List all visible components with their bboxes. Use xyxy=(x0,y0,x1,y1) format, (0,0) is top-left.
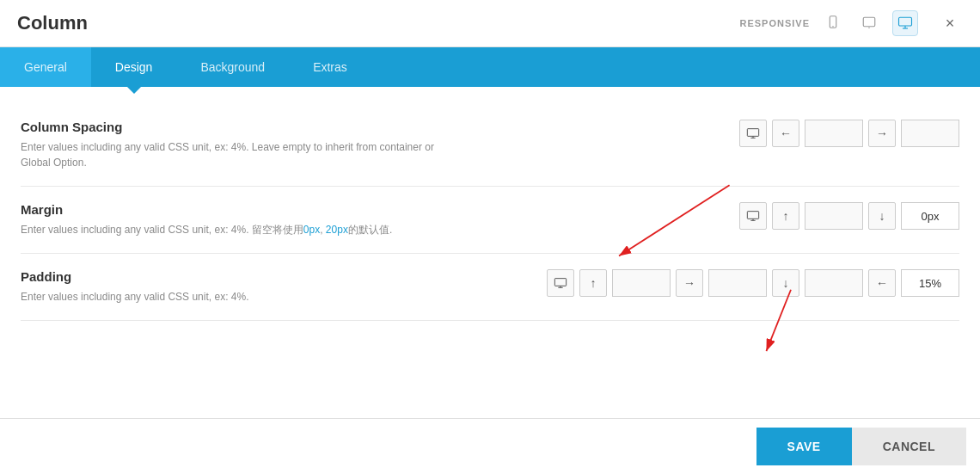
padding-left: Padding Enter values including any valid… xyxy=(21,269,450,305)
padding-title: Padding xyxy=(21,269,450,284)
tab-background[interactable]: Background xyxy=(176,47,289,87)
desktop-icon-spacing[interactable] xyxy=(739,120,767,147)
tab-design[interactable]: Design xyxy=(91,47,177,87)
column-spacing-controls: ← → xyxy=(739,120,959,147)
modal-header: Column RESPONSIVE × xyxy=(0,0,980,47)
margin-left: Margin Enter values including any valid … xyxy=(21,202,450,237)
margin-link2[interactable]: 20px xyxy=(326,224,348,236)
save-button[interactable]: SAVE xyxy=(756,428,852,465)
padding-controls: ↑ → ↓ ← xyxy=(547,269,959,297)
arrow-right-padding[interactable]: → xyxy=(676,269,703,297)
margin-section: Margin Enter values including any valid … xyxy=(21,187,959,254)
arrow-up-margin[interactable]: ↑ xyxy=(772,202,799,230)
svg-point-1 xyxy=(832,26,834,28)
arrow-right-spacing[interactable]: → xyxy=(868,120,896,147)
column-spacing-left: Column Spacing Enter values including an… xyxy=(21,120,450,170)
margin-bottom-input[interactable] xyxy=(901,202,959,230)
arrow-left-spacing[interactable]: ← xyxy=(772,120,799,147)
arrow-down-padding[interactable]: ↓ xyxy=(772,269,799,297)
spacing-left-input[interactable] xyxy=(805,120,863,147)
tabs: General Design Background Extras xyxy=(0,47,980,87)
padding-left-input[interactable] xyxy=(901,269,959,297)
margin-desc: Enter values including any valid CSS uni… xyxy=(21,222,450,237)
padding-right-input[interactable] xyxy=(708,269,767,297)
desktop-icon[interactable] xyxy=(892,10,918,36)
svg-point-3 xyxy=(868,28,870,29)
margin-top-input[interactable] xyxy=(805,202,863,230)
responsive-label: RESPONSIVE xyxy=(739,18,810,28)
padding-section: Padding Enter values including any valid… xyxy=(21,254,959,321)
padding-top-input[interactable] xyxy=(612,269,671,297)
modal-title: Column xyxy=(17,12,88,34)
header-right: RESPONSIVE × xyxy=(739,10,963,36)
column-spacing-title: Column Spacing xyxy=(21,120,450,134)
margin-link1[interactable]: 0px xyxy=(303,224,320,236)
modal-footer: SAVE CANCEL xyxy=(0,418,980,474)
mobile-icon[interactable] xyxy=(820,10,846,36)
margin-controls: ↑ ↓ xyxy=(739,202,959,230)
close-icon[interactable]: × xyxy=(937,10,963,36)
column-spacing-section: Column Spacing Enter values including an… xyxy=(21,104,959,187)
modal: Column RESPONSIVE × General Design Backg… xyxy=(0,0,980,474)
cancel-button[interactable]: CANCEL xyxy=(852,428,966,465)
margin-title: Margin xyxy=(21,202,450,217)
svg-rect-4 xyxy=(899,17,912,26)
modal-content: Column Spacing Enter values including an… xyxy=(0,87,980,418)
arrow-left-padding[interactable]: ← xyxy=(868,269,896,297)
svg-rect-13 xyxy=(554,279,566,286)
svg-rect-10 xyxy=(747,212,758,219)
tab-extras[interactable]: Extras xyxy=(289,47,371,87)
padding-bottom-input[interactable] xyxy=(805,269,863,297)
svg-rect-7 xyxy=(747,129,758,137)
tab-general[interactable]: General xyxy=(0,47,91,87)
svg-rect-2 xyxy=(863,17,875,27)
arrow-down-margin[interactable]: ↓ xyxy=(868,202,896,230)
column-spacing-desc: Enter values including any valid CSS uni… xyxy=(21,139,450,170)
tablet-icon[interactable] xyxy=(856,10,882,36)
desktop-icon-margin[interactable] xyxy=(739,202,767,230)
spacing-right-input[interactable] xyxy=(901,120,959,147)
arrow-up-padding[interactable]: ↑ xyxy=(579,269,607,297)
desktop-icon-padding[interactable] xyxy=(547,269,574,297)
padding-desc: Enter values including any valid CSS uni… xyxy=(21,289,450,305)
